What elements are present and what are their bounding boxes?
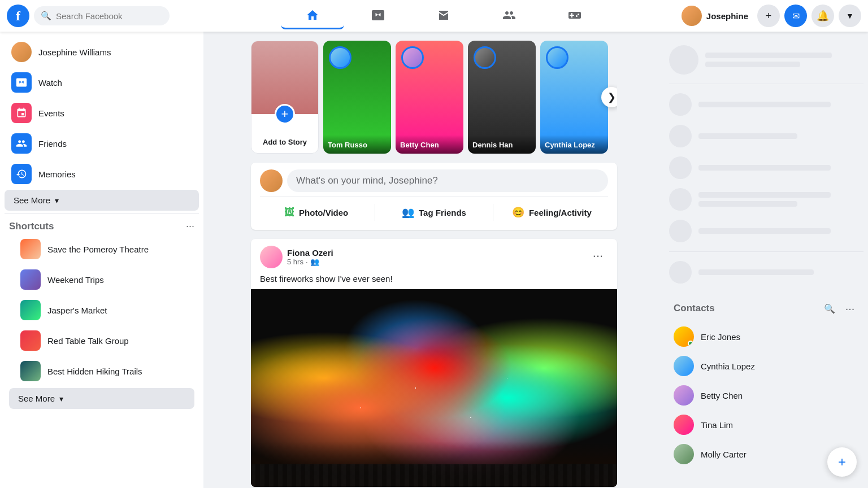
- search-icon: 🔍: [41, 11, 51, 21]
- loading-lines-1: [705, 53, 863, 67]
- shortcuts-title: Shortcuts: [9, 221, 54, 232]
- top-navigation: f 🔍 Josephine: [0, 0, 868, 32]
- fiona-name[interactable]: Fiona Ozeri: [287, 248, 333, 258]
- skeleton-divider-2: [669, 251, 863, 252]
- loading-lines-4: [698, 165, 863, 171]
- molly-name: Molly Carter: [701, 450, 747, 459]
- sidebar-item-friends[interactable]: Friends: [5, 129, 199, 158]
- privacy-icon: 👥: [310, 258, 319, 266]
- see-more-shortcuts-label: See More: [18, 394, 55, 403]
- post-author-fiona: Fiona Ozeri 5 hrs · 👥: [260, 246, 333, 268]
- story-card-tom[interactable]: Tom Russo: [323, 41, 391, 154]
- next-chevron-icon: ❯: [607, 91, 616, 103]
- contacts-header: Contacts 🔍 ···: [669, 297, 863, 320]
- nav-tab-home[interactable]: [281, 2, 344, 29]
- contacts-search-button[interactable]: 🔍: [821, 299, 839, 317]
- story-name-dennis: Dennis Han: [472, 141, 513, 149]
- story-card-dennis[interactable]: Dennis Han: [468, 41, 536, 154]
- loading-item-7: [669, 256, 863, 288]
- story-add-plus-button[interactable]: +: [275, 104, 295, 124]
- account-menu-button[interactable]: ▼: [839, 5, 861, 27]
- search-input[interactable]: [56, 11, 163, 21]
- contact-item-betty[interactable]: Betty Chen: [669, 381, 863, 410]
- nav-tab-gaming[interactable]: [543, 2, 606, 29]
- story-avatar-dennis: [474, 46, 496, 69]
- right-sidebar: Contacts 🔍 ··· Eric Jones Cynthia Lopez …: [665, 32, 868, 488]
- story-add-top: +: [251, 41, 318, 114]
- contact-item-tina[interactable]: Tina Lim: [669, 410, 863, 439]
- loading-avatar: [669, 188, 692, 211]
- shortcut-trips-label: Weekend Trips: [47, 275, 104, 285]
- cynthia-avatar: [674, 356, 694, 376]
- shortcuts-more-button[interactable]: ···: [186, 220, 194, 232]
- loading-line: [698, 192, 831, 198]
- loading-avatar: [669, 93, 692, 116]
- notifications-button[interactable]: 🔔: [811, 5, 834, 27]
- story-card-betty[interactable]: Betty Chen: [396, 41, 463, 154]
- loading-item-4: [669, 152, 863, 184]
- shortcut-item-hiking[interactable]: Best Hidden Hiking Trails: [14, 356, 190, 386]
- post-tag-friends-button[interactable]: 👥 Tag Friends: [377, 202, 490, 223]
- contacts-more-button[interactable]: ···: [841, 299, 859, 317]
- profile-avatar: [11, 42, 32, 62]
- loading-avatar: [669, 156, 692, 179]
- shortcut-market-label: Jasper's Market: [47, 306, 107, 315]
- story-card-cynthia[interactable]: Cynthia Lopez: [540, 41, 608, 154]
- shortcut-item-save[interactable]: Save the Pomeroy Theatre: [14, 234, 190, 264]
- facebook-logo[interactable]: f: [7, 5, 29, 27]
- shortcut-item-market[interactable]: Jasper's Market: [14, 295, 190, 325]
- nav-user-profile[interactable]: Josephine: [677, 3, 753, 28]
- loading-avatar: [669, 220, 692, 242]
- nav-tab-groups[interactable]: [478, 2, 541, 29]
- stories-next-button[interactable]: ❯: [601, 87, 617, 107]
- tina-avatar: [674, 415, 694, 435]
- eric-avatar: [674, 326, 694, 347]
- loading-line: [705, 62, 800, 67]
- action-divider-1: [375, 204, 375, 221]
- new-chat-button[interactable]: +: [827, 447, 857, 477]
- sidebar-item-events[interactable]: Events: [5, 98, 199, 128]
- memories-icon: [11, 164, 32, 184]
- story-add-avatar-bg: [251, 41, 318, 114]
- shortcut-market-icon: [20, 300, 41, 320]
- sidebar-watch-label: Watch: [38, 78, 62, 88]
- cynthia-name: Cynthia Lopez: [701, 361, 755, 371]
- nav-tab-marketplace[interactable]: [412, 2, 475, 29]
- loading-item-2: [669, 89, 863, 120]
- post-input-field[interactable]: What's on your mind, Josephine?: [287, 169, 608, 192]
- post-feeling-button[interactable]: 😊 Feeling/Activity: [496, 202, 608, 223]
- story-avatar-betty: [401, 46, 424, 69]
- story-name-betty: Betty Chen: [400, 141, 439, 149]
- messenger-button[interactable]: ✉: [784, 5, 807, 27]
- post-more-button[interactable]: ···: [588, 246, 608, 266]
- story-name-tom: Tom Russo: [328, 141, 367, 149]
- nav-left: f 🔍: [7, 5, 210, 27]
- chevron-down-icon-top: ▾: [55, 196, 59, 205]
- shortcut-save-icon: [20, 239, 41, 259]
- contact-item-eric[interactable]: Eric Jones: [669, 322, 863, 351]
- chevron-down-icon-shortcuts: ▾: [59, 394, 63, 403]
- search-box[interactable]: 🔍: [34, 6, 170, 25]
- shortcut-item-trips[interactable]: Weekend Trips: [14, 265, 190, 294]
- nav-tab-watch[interactable]: [346, 2, 410, 29]
- main-feed: + Add to Story Tom Russo Betty Chen: [242, 32, 626, 488]
- sidebar-item-watch[interactable]: Watch: [5, 68, 199, 97]
- new-chat-icon: +: [838, 454, 846, 470]
- nav-user-avatar: [682, 6, 702, 26]
- contacts-section: Contacts 🔍 ··· Eric Jones Cynthia Lopez …: [669, 297, 863, 469]
- add-to-story-card[interactable]: + Add to Story: [251, 41, 319, 154]
- post-author-info: Fiona Ozeri 5 hrs · 👥: [287, 248, 333, 266]
- sidebar-item-profile[interactable]: Josephine Williams: [5, 37, 199, 67]
- loading-item-5: [669, 184, 863, 215]
- create-button[interactable]: +: [757, 5, 780, 27]
- see-more-button-shortcuts[interactable]: See More ▾: [9, 388, 194, 409]
- contact-item-cynthia[interactable]: Cynthia Lopez: [669, 351, 863, 381]
- loading-lines-2: [698, 102, 863, 107]
- see-more-button-top[interactable]: See More ▾: [5, 190, 199, 211]
- post-photo-video-button[interactable]: 🖼 Photo/Video: [260, 202, 372, 223]
- watch-icon: [11, 72, 32, 93]
- shortcut-item-red-table[interactable]: Red Table Talk Group: [14, 326, 190, 355]
- sidebar-item-memories[interactable]: Memories: [5, 159, 199, 189]
- shortcuts-header: Shortcuts ···: [9, 220, 194, 232]
- contacts-title: Contacts: [674, 303, 715, 314]
